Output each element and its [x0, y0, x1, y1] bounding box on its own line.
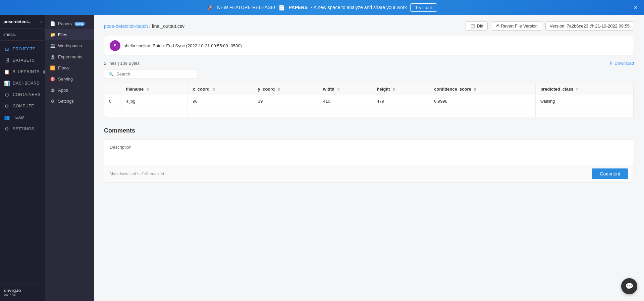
chat-bubble-button[interactable]: 💬: [621, 278, 637, 294]
search-input[interactable]: [116, 71, 194, 77]
revert-file-version-button[interactable]: ↺ Revert File Version: [491, 21, 542, 31]
serving-nav-icon: 🎯: [50, 77, 55, 82]
papers-label: PAPERS: [288, 5, 308, 10]
avatar: S: [110, 40, 120, 51]
data-table: filename ⇅ x_coord ⇅ y_coord ⇅ width ⇅ h…: [104, 83, 634, 117]
sidebar-item-containers[interactable]: ⬡ CONTAINERS: [0, 89, 45, 100]
col-y-coord[interactable]: y_coord ⇅: [253, 83, 318, 95]
sidebar-item-dashboard[interactable]: 📊 DASHBOARD: [0, 78, 45, 89]
files-nav-icon: 📁: [50, 32, 55, 37]
breadcrumb-project[interactable]: pose-detection-batch: [104, 23, 148, 29]
papers-nav-icon: 📄: [50, 21, 55, 26]
search-icon: 🔍: [108, 71, 114, 77]
sub-nav-papers-label: Papers: [58, 21, 72, 26]
sub-nav-workspaces[interactable]: 💻 Workspaces: [45, 40, 94, 51]
col-height[interactable]: height ⇅: [372, 83, 429, 95]
cell-predicted_class: walking: [536, 95, 634, 107]
file-viewer: pose-detection-batch / final_output.csv …: [94, 15, 644, 190]
sub-nav-files-label: Files: [58, 32, 67, 37]
sub-nav-workspaces-label: Workspaces: [58, 43, 82, 48]
try-it-out-button[interactable]: Try it out: [410, 3, 437, 12]
main-layout: pose-detect... ‹ sheila. ⊞ PROJECTS 🗄 DA…: [0, 15, 644, 301]
col-confidence-score[interactable]: confidence_score ⇅: [429, 83, 536, 95]
col-predicted-class[interactable]: predicted_class ⇅: [536, 83, 634, 95]
sidebar-item-projects-label: PROJECTS: [13, 47, 36, 51]
sidebar-item-datasets[interactable]: 🗄 DATASETS: [0, 55, 45, 66]
sub-sidebar: 📄 Papers NEW 📁 Files 💻 Workspaces 🔬 Expe…: [45, 15, 94, 301]
banner-close-button[interactable]: ×: [634, 4, 637, 10]
cell-y_coord: 39: [253, 95, 318, 107]
workspaces-nav-icon: 💻: [50, 43, 55, 48]
breadcrumb-file: final_output.csv: [152, 23, 184, 29]
left-sidebar: pose-detect... ‹ sheila. ⊞ PROJECTS 🗄 DA…: [0, 15, 45, 301]
papers-icon: 📄: [278, 4, 285, 11]
revert-label: Revert File Version: [501, 23, 538, 29]
comment-textarea[interactable]: [104, 140, 634, 163]
sub-nav-apps-label: Apps: [58, 88, 68, 93]
papers-new-badge: NEW: [74, 22, 85, 26]
flows-nav-icon: 🔀: [50, 65, 55, 70]
dashboard-icon: 📊: [4, 81, 10, 86]
col-x-coord[interactable]: x_coord ⇅: [188, 83, 253, 95]
version-label: v4.7.56: [4, 293, 41, 297]
sub-nav-files[interactable]: 📁 Files: [45, 29, 94, 40]
download-label: Download: [614, 61, 634, 66]
settings-sub-nav-icon: ⚙: [50, 99, 55, 104]
csv-table: filename ⇅ x_coord ⇅ y_coord ⇅ width ⇅ h…: [104, 83, 634, 117]
sub-nav-flows[interactable]: 🔀 Flows: [45, 62, 94, 73]
download-icon: ⬇: [609, 61, 613, 66]
experiments-nav-icon: 🔬: [50, 54, 55, 59]
file-actions: 📋 Diff ↺ Revert File Version Version: 7a…: [466, 21, 634, 31]
sidebar-item-settings[interactable]: ⚙ SETTINGS: [0, 123, 45, 135]
table-header-row: filename ⇅ x_coord ⇅ y_coord ⇅ width ⇅ h…: [104, 83, 634, 95]
revert-icon: ↺: [495, 23, 499, 29]
file-header: pose-detection-batch / final_output.csv …: [104, 21, 634, 31]
cell-height: 479: [372, 95, 429, 107]
sidebar-item-datasets-label: DATASETS: [13, 58, 35, 63]
col-width[interactable]: width ⇅: [318, 83, 372, 95]
team-icon: 👥: [4, 115, 10, 120]
version-badge: Version: 7a2b6ce23 @ 21-10-2022 09:55: [545, 21, 634, 31]
sidebar-item-dashboard-label: DASHBOARD: [13, 81, 40, 86]
file-info-text: 2 lines | 109 Bytes: [104, 61, 140, 66]
brand-name: cnvrg.io: [4, 288, 41, 293]
comment-help-text: Markdown and LaTeX enabled: [110, 171, 164, 176]
containers-icon: ⬡: [4, 92, 10, 97]
sub-nav-experiments-label: Experiments: [58, 54, 82, 59]
sidebar-item-settings-label: SETTINGS: [13, 127, 34, 131]
sidebar-item-projects[interactable]: ⊞ PROJECTS: [0, 43, 45, 55]
banner-content: 🚀 NEW FEATURE RELEASE! 📄 PAPERS - A new …: [207, 3, 437, 12]
project-name: pose-detect...: [3, 19, 32, 24]
download-link[interactable]: ⬇ Download: [609, 61, 634, 66]
sidebar-user: sheila.: [0, 29, 45, 41]
blueprints-icon: 📋: [4, 69, 10, 74]
comments-title: Comments: [104, 127, 634, 134]
table-empty-row: [104, 107, 634, 117]
sub-nav-papers[interactable]: 📄 Papers NEW: [45, 18, 94, 29]
col-row-num: [104, 83, 121, 95]
sidebar-item-compute[interactable]: ⚙ COMPUTE: [0, 100, 45, 112]
datasets-icon: 🗄: [4, 58, 10, 63]
sub-nav-apps[interactable]: ▦ Apps: [45, 85, 94, 96]
breadcrumb: pose-detection-batch / final_output.csv: [104, 23, 184, 29]
cell-row_num: 0: [104, 95, 121, 107]
sub-nav-serving-label: Serving: [58, 77, 73, 82]
sub-nav-experiments[interactable]: 🔬 Experiments: [45, 51, 94, 62]
sub-nav-serving[interactable]: 🎯 Serving: [45, 73, 94, 85]
breadcrumb-separator: /: [149, 23, 151, 29]
rocket-icon: 🚀: [207, 4, 214, 11]
col-filename[interactable]: filename ⇅: [121, 83, 188, 95]
sidebar-item-blueprints-label: BLUEPRINTS: [13, 69, 40, 74]
sidebar-item-team-label: TEAM: [13, 115, 24, 120]
sidebar-collapse-button[interactable]: ‹: [40, 19, 42, 24]
main-content: pose-detection-batch / final_output.csv …: [94, 15, 644, 301]
apps-nav-icon: ▦: [50, 88, 55, 93]
comment-submit-button[interactable]: Comment: [592, 168, 628, 179]
sidebar-nav: ⊞ PROJECTS 🗄 DATASETS 📋 BLUEPRINTS BETA …: [0, 41, 45, 284]
sidebar-item-blueprints[interactable]: 📋 BLUEPRINTS BETA: [0, 66, 45, 78]
sidebar-item-team[interactable]: 👥 TEAM: [0, 112, 45, 123]
blueprints-beta-badge: BETA: [43, 70, 45, 74]
diff-button[interactable]: 📋 Diff: [466, 21, 488, 31]
sub-nav-settings[interactable]: ⚙ Settings: [45, 96, 94, 107]
commit-bar: S sheila.sheilan: Batch: End Sync (2022-…: [104, 36, 634, 55]
